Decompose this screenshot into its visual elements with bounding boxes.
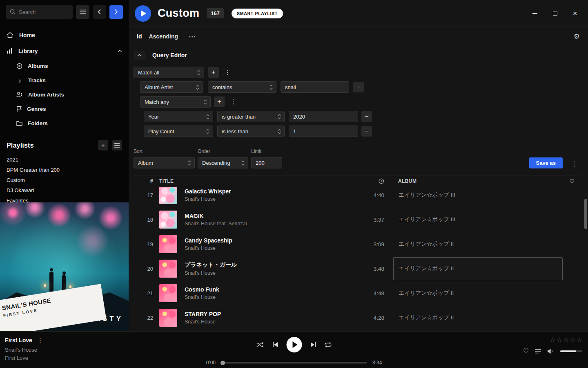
star-icon[interactable]: ☆ [557,336,562,343]
nav-label: Tracks [28,77,46,83]
sidebar-item-folders[interactable]: Folders [0,116,129,130]
search-box[interactable] [6,5,73,19]
sort-field-label[interactable]: Id [137,33,142,40]
star-icon[interactable]: ☆ [550,336,555,343]
sidebar-item-genres[interactable]: Genres [0,102,129,116]
cover-lantern [44,284,46,287]
value-input[interactable] [281,81,349,93]
match-select[interactable]: Match all [134,67,204,78]
next-icon [311,342,316,348]
playlist-item[interactable]: DJ Okawari [7,185,122,195]
playlist-item[interactable]: Custom [7,175,122,185]
star-icon[interactable]: ☆ [577,336,582,343]
match-select[interactable]: Match any [140,96,211,108]
add-rule-button[interactable]: + [208,67,219,78]
menu-button[interactable] [76,5,89,19]
save-as-button[interactable]: Save as [529,157,563,168]
previous-button[interactable] [273,342,278,348]
group-menu-button[interactable]: ⋮ [222,68,233,77]
sort-direction-label[interactable]: Ascending [149,33,178,40]
group-menu-button[interactable]: ⋮ [228,97,239,106]
query-rule-row: Play Count is less than − [144,126,580,137]
star-icon[interactable]: ☆ [570,336,575,343]
remove-rule-button[interactable]: − [361,111,372,122]
volume-slider[interactable] [560,350,582,352]
now-playing-cover-art: SNAIL'S HOUSE FIRST LOVE TASTY [0,202,129,331]
sidebar-item-library[interactable]: Library [0,43,129,59]
volume-button[interactable] [547,348,554,354]
minimize-icon [532,13,537,14]
remove-rule-button[interactable]: − [353,82,364,92]
shuffle-button[interactable] [256,342,264,348]
search-input[interactable] [19,9,69,15]
sort-select[interactable]: Album [134,157,195,168]
order-select[interactable]: Descending [198,157,248,168]
chevron-up-icon[interactable] [118,50,122,52]
sidebar-item-albums[interactable]: Albums [0,59,129,73]
maximize-button[interactable] [552,10,558,17]
column-album[interactable]: ALBUM [393,178,563,184]
playlist-menu-button[interactable] [112,140,122,150]
query-collapse-button[interactable] [134,51,145,60]
more-button[interactable]: ⋯ [189,32,196,41]
queue-button[interactable] [535,349,541,354]
star-icon[interactable]: ☆ [564,336,569,343]
favorite-button[interactable]: ♡ [523,347,529,355]
track-row[interactable]: 20 プラネット・ガール Snail's House 3:48 エイリアン☆ポッ… [134,256,581,281]
add-rule-button[interactable]: + [214,96,225,107]
column-index[interactable]: # [134,178,153,184]
value-input[interactable] [289,111,358,122]
column-duration[interactable] [356,178,384,184]
add-playlist-button[interactable]: + [98,140,108,150]
column-title[interactable]: TITLE [159,178,356,184]
operator-select[interactable]: is greater than [217,111,285,122]
field-select[interactable]: Year [144,111,213,122]
progress-section: 0:00 3:34 [203,360,385,366]
scrollbar-thumb[interactable] [584,199,587,229]
sidebar-item-tracks[interactable]: ♪ Tracks [0,73,129,88]
play-button[interactable] [287,337,302,352]
playlist-item[interactable]: 2021 [7,155,122,165]
track-duration: 4:48 [356,290,384,296]
track-row[interactable]: 19 Candy Spaceship Snail's House 3:09 エイ… [134,232,581,256]
progress-thumb[interactable] [220,361,225,365]
nav-forward-button[interactable] [109,5,123,19]
track-index: 17 [134,192,153,198]
album-thumbnail [159,309,177,327]
progress-bar[interactable] [221,362,367,364]
minimize-button[interactable] [532,10,538,17]
track-artist: Snail's House [185,319,356,325]
disc-icon [16,63,22,69]
sidebar-item-album-artists[interactable]: Album Artists [0,88,129,102]
limit-input[interactable] [251,157,282,168]
track-index: 18 [134,217,153,223]
sidebar-item-home[interactable]: Home [0,27,129,43]
nav-back-button[interactable] [93,5,106,19]
track-row[interactable]: 22 STARRY POP Snail's House 4:28 エイリアン☆ポ… [134,305,581,330]
next-button[interactable] [311,342,316,348]
value-input[interactable] [289,126,358,137]
minus-icon: − [365,113,368,120]
column-favorite[interactable]: ♡ [563,178,581,184]
remove-rule-button[interactable]: − [361,126,372,137]
chevron-up-icon [137,54,142,56]
select-value: Album Artist [145,84,194,90]
close-button[interactable]: × [572,10,578,17]
track-row[interactable]: 17 Galactic Whisper Snail's House 4:40 エ… [134,187,581,207]
track-row[interactable]: 21 Cosmo Funk Snail's House 4:48 エイリアン☆ポ… [134,281,581,305]
field-select[interactable]: Album Artist [140,81,203,93]
play-playlist-button[interactable] [135,5,151,22]
track-row[interactable]: 18 MAGIK Snail's House feat. Sennzai 3:3… [134,207,581,232]
playlists-header: Playlists + [0,140,129,150]
operator-select[interactable]: contains [208,81,276,93]
field-select[interactable]: Play Count [144,126,213,137]
query-menu-button[interactable]: ⋮ [569,159,580,168]
window-controls: × [532,10,582,17]
track-album[interactable]: エイリアン☆ポップ II [393,257,563,280]
repeat-button[interactable] [325,342,332,348]
track-options-button[interactable]: ⋮ [37,337,43,344]
settings-button[interactable]: ⚙ [574,32,580,41]
playlist-item[interactable]: BPM Greater than 200 [7,165,122,175]
star-rating[interactable]: ☆ ☆ ☆ ☆ ☆ [550,336,582,343]
operator-select[interactable]: is less than [217,126,285,137]
